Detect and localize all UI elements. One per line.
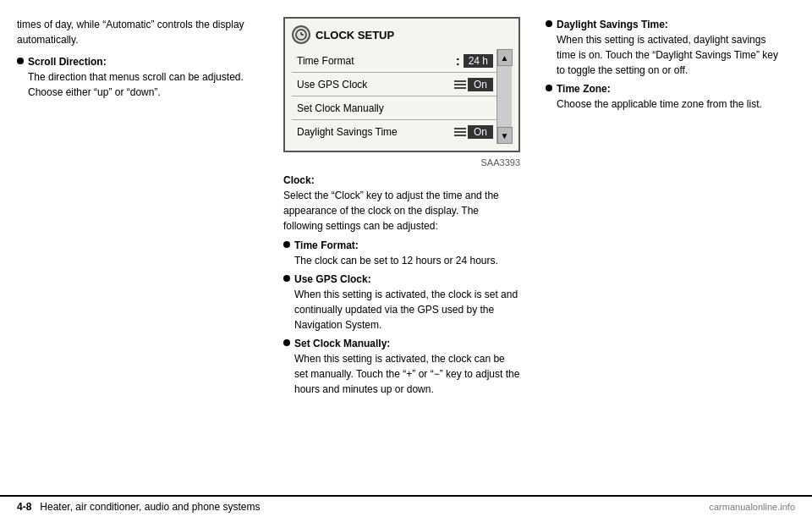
footer-page-num: 4-8	[17, 501, 31, 513]
gps-clock-label: Use GPS Clock	[292, 79, 454, 91]
left-column: times of day, while “Automatic” controls…	[17, 17, 271, 495]
scroll-up-button[interactable]: ▲	[497, 49, 513, 66]
daylight-toggle-line-1	[454, 128, 466, 129]
gps-clock-body: When this setting is activated, the cloc…	[294, 289, 518, 331]
gps-clock-bullet: Use GPS Clock: When this setting is acti…	[283, 272, 520, 333]
right-column: Daylight Savings Time: When this setting…	[533, 17, 787, 495]
daylight-label: Daylight Savings Time	[292, 126, 454, 138]
set-clock-title: Set Clock Manually:	[294, 338, 390, 349]
scroll-direction-body: The direction that menus scroll can be a…	[28, 71, 244, 98]
toggle-line-3	[454, 87, 466, 89]
daylight-savings-body: When this setting is activated, daylight…	[557, 34, 778, 76]
bullet-dot-tz	[546, 85, 552, 91]
timezone-title: Time Zone:	[557, 83, 611, 95]
daylight-toggle-icon	[454, 128, 466, 136]
time-format-value: : 24 h	[454, 54, 497, 68]
toggle-line-2	[454, 84, 466, 85]
daylight-savings-title: Daylight Savings Time:	[557, 19, 668, 30]
clock-icon	[292, 25, 310, 44]
toggle-line-1	[454, 80, 466, 82]
time-format-content: Time Format: The clock can be set to 12 …	[294, 238, 498, 268]
clock-header: CLOCK SETUP	[292, 25, 512, 44]
page-container: times of day, while “Automatic” controls…	[0, 0, 812, 517]
main-content: times of day, while “Automatic” controls…	[0, 0, 812, 495]
scroll-down-button[interactable]: ▼	[497, 127, 513, 144]
set-clock-bullet: Set Clock Manually: When this setting is…	[283, 336, 520, 397]
set-clock-content: Set Clock Manually: When this setting is…	[294, 336, 520, 397]
intro-text: times of day, while “Automatic” controls…	[17, 17, 258, 47]
time-format-body: The clock can be set to 12 hours or 24 h…	[294, 255, 498, 267]
scroll-direction-item: Scroll Direction: The direction that men…	[17, 54, 258, 100]
time-format-title: Time Format:	[294, 239, 359, 251]
bullet-icon	[17, 58, 24, 64]
timezone-content: Time Zone: Choose the applicable time zo…	[557, 81, 762, 112]
saa-label: SAA3393	[283, 157, 520, 168]
gps-clock-val: On	[468, 78, 493, 91]
set-clock-label: Set Clock Manually	[292, 102, 454, 114]
daylight-toggle-line-2	[454, 131, 466, 133]
center-column: CLOCK SETUP Time Format : 24 h	[271, 17, 533, 495]
gps-clock-content: Use GPS Clock: When this setting is acti…	[294, 272, 520, 333]
gps-clock-value: On	[454, 78, 497, 91]
set-clock-body: When this setting is activated, the cloc…	[294, 353, 519, 395]
bullet-dot-tf	[283, 241, 290, 248]
footer: 4-8 Heater, air conditioner, audio and p…	[0, 495, 812, 517]
toggle-icon	[454, 80, 466, 89]
time-format-bullet: Time Format: The clock can be set to 12 …	[283, 238, 520, 268]
bullet-dot-gps	[283, 275, 290, 282]
clock-intro-bold: Clock:	[283, 174, 315, 186]
daylight-val: On	[468, 125, 493, 139]
footer-logo: carmanualonline.info	[709, 502, 795, 512]
colon-icon: :	[456, 54, 460, 68]
daylight-savings-content: Daylight Savings Time: When this setting…	[557, 17, 787, 78]
clock-setup-label: CLOCK SETUP	[315, 29, 394, 41]
clock-intro-para: Clock: Select the “Clock” key to adjust …	[283, 173, 520, 234]
daylight-row: Daylight Savings Time On	[292, 120, 497, 144]
time-format-label: Time Format	[292, 55, 454, 67]
clock-intro-text: Select the “Clock” key to adjust the tim…	[283, 190, 499, 232]
gps-clock-row: Use GPS Clock On	[292, 73, 497, 96]
time-format-row: Time Format : 24 h	[292, 49, 497, 73]
bullet-dot-ds	[546, 20, 552, 27]
center-text-block: Clock: Select the “Clock” key to adjust …	[283, 173, 520, 400]
clock-rows: Time Format : 24 h Use GPS Clock	[292, 49, 497, 144]
daylight-value: On	[454, 125, 497, 139]
clock-image-box: CLOCK SETUP Time Format : 24 h	[283, 17, 520, 152]
scroll-direction-content: Scroll Direction: The direction that men…	[28, 54, 258, 100]
set-clock-row: Set Clock Manually	[292, 96, 497, 120]
time-format-val: 24 h	[464, 54, 493, 68]
scrollbar[interactable]: ▲ ▼	[497, 49, 512, 144]
footer-description: Heater, air conditioner, audio and phone…	[40, 501, 700, 513]
clock-rows-wrapper: Time Format : 24 h Use GPS Clock	[292, 49, 512, 144]
daylight-savings-bullet: Daylight Savings Time: When this setting…	[546, 17, 787, 78]
scroll-direction-title: Scroll Direction:	[28, 56, 107, 68]
bullet-dot-sc	[283, 339, 290, 346]
timezone-body: Choose the applicable time zone from the…	[557, 98, 762, 110]
daylight-toggle-line-3	[454, 135, 466, 136]
timezone-bullet: Time Zone: Choose the applicable time zo…	[546, 81, 787, 112]
gps-clock-title: Use GPS Clock:	[294, 273, 371, 285]
